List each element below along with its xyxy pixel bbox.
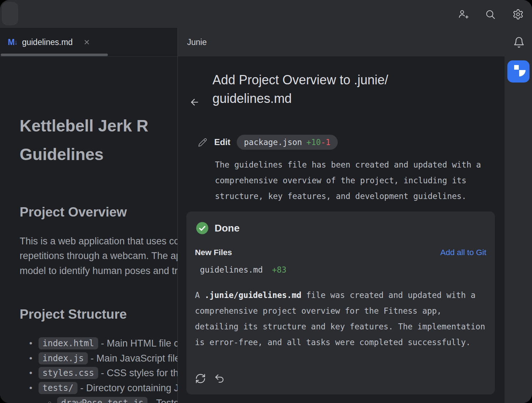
undo-icon[interactable]: [214, 373, 225, 384]
lines-added: +10: [306, 138, 321, 147]
add-all-to-git-link[interactable]: Add all to Git: [440, 248, 486, 257]
done-card: Done New Files Add all to Git guidelines…: [186, 212, 495, 394]
paragraph-line: model to identify human poses and tra: [20, 265, 177, 277]
pencil-edit-icon: [198, 138, 207, 147]
junie-tool-window-icon[interactable]: [507, 60, 530, 83]
bullet-icon: •: [29, 383, 39, 393]
list-item-text: - Tests: [150, 398, 177, 403]
markdown-file-icon: M↓: [8, 38, 18, 46]
list-item: ○ drawPose.test.js - Tests: [48, 397, 177, 403]
inline-code: styles.css: [39, 367, 98, 379]
add-user-icon[interactable]: [457, 9, 469, 20]
new-files-label: New Files: [195, 248, 232, 257]
inline-code: .junie/guidelines.md: [205, 290, 301, 300]
settings-gear-icon[interactable]: [512, 9, 524, 20]
file-name: guidelines.md: [200, 265, 263, 274]
editor-panel: M↓ guidelines.md Kettlebell Jerk R Guide…: [0, 28, 177, 403]
card-actions: [195, 373, 225, 384]
list-item-text: - CSS styles for the: [101, 368, 178, 379]
back-arrow-icon[interactable]: [189, 97, 200, 108]
edit-step-row: Edit package.json +10 -1: [198, 135, 338, 150]
doc-title-line: Kettlebell Jerk R: [20, 116, 148, 135]
new-files-row: New Files Add all to Git: [195, 248, 486, 257]
doc-title-line: Guidelines: [20, 145, 104, 164]
task-title-line: Add Project Overview to .junie/: [212, 71, 388, 89]
list-item: • tests/ - Directory containing Je: [29, 382, 177, 394]
inline-code: tests/: [39, 382, 77, 394]
bullet-icon: ○: [48, 399, 57, 403]
list-item-text: - Main HTML file co: [101, 338, 178, 349]
editor-tabbar: M↓ guidelines.md: [0, 28, 177, 57]
file-name: package.json: [244, 138, 302, 147]
markdown-preview: Kettlebell Jerk R Guidelines Project Ove…: [0, 57, 177, 403]
lines-removed: -1: [321, 138, 331, 147]
bullet-icon: •: [29, 338, 39, 348]
task-summary: A .junie/guidelines.md file was created …: [195, 287, 486, 350]
ide-window: M↓ guidelines.md Kettlebell Jerk R Guide…: [0, 0, 532, 403]
inline-code: index.html: [39, 337, 98, 349]
tab-close-icon[interactable]: [84, 39, 90, 45]
bullet-icon: •: [29, 353, 39, 363]
done-status-row: Done: [196, 222, 240, 235]
status-label: Done: [215, 223, 240, 234]
task-title: Add Project Overview to .junie/ guidelin…: [212, 71, 388, 108]
paragraph-line: repetitions through a webcam. The app: [20, 250, 177, 262]
list-item-text: - Directory containing Je: [80, 383, 177, 394]
file-diff-chip[interactable]: package.json +10 -1: [237, 135, 337, 150]
junie-panel-title: Junie: [187, 38, 207, 47]
check-circle-icon: [196, 222, 209, 235]
search-icon[interactable]: [485, 9, 496, 20]
edit-step-description: The guidelines file has been created and…: [215, 157, 493, 204]
edit-step-label: Edit: [214, 137, 230, 147]
junie-panel: Junie Add Project Overview to .junie/ gu…: [178, 28, 505, 403]
notifications-bell-icon[interactable]: [513, 36, 525, 48]
section-heading-overview: Project Overview: [20, 205, 127, 220]
paragraph-line: This is a web application that uses con: [20, 236, 177, 247]
inline-code: drawPose.test.js: [57, 397, 147, 403]
main-toolbar: [0, 0, 532, 28]
tab-label: guidelines.md: [22, 38, 73, 47]
bullet-icon: •: [29, 368, 39, 378]
tab-guidelines-md[interactable]: M↓ guidelines.md: [8, 28, 90, 56]
lines-added: +83: [272, 265, 287, 274]
summary-text: A: [195, 290, 205, 300]
new-file-entry[interactable]: guidelines.md +83: [200, 265, 286, 274]
list-item: • styles.css - CSS styles for the: [29, 367, 177, 379]
retry-refresh-icon[interactable]: [195, 373, 206, 384]
task-title-line: guidelines.md: [212, 89, 388, 108]
tab-scrollbar-thumb[interactable]: [1, 54, 108, 56]
inline-code: index.js: [39, 352, 88, 364]
list-item-text: - Main JavaScript file: [91, 353, 177, 364]
list-item: • index.html - Main HTML file co: [29, 337, 177, 349]
junie-panel-header: Junie: [178, 28, 505, 56]
right-sidebar: [505, 28, 532, 403]
list-item: • index.js - Main JavaScript file: [29, 352, 177, 364]
window-corner-widget: [2, 2, 18, 25]
section-heading-structure: Project Structure: [20, 307, 127, 322]
